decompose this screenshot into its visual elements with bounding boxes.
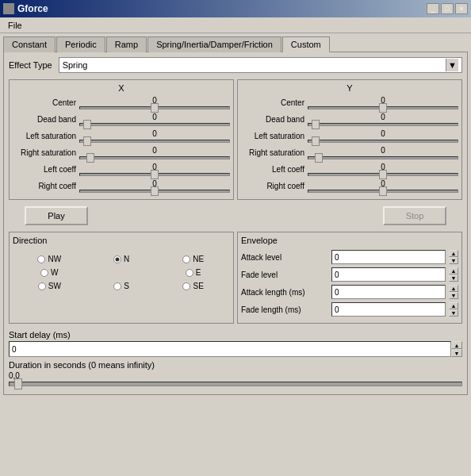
direction-sw[interactable]: SW xyxy=(16,282,83,290)
radio-sw[interactable] xyxy=(38,282,46,290)
attack-length-up[interactable]: ▲ xyxy=(449,285,458,292)
x-deadband-value: 0 xyxy=(79,113,230,121)
direction-se[interactable]: SE xyxy=(159,282,227,290)
radio-nw[interactable] xyxy=(37,255,45,263)
attack-level-input[interactable] xyxy=(331,250,446,264)
x-deadband-thumb[interactable] xyxy=(83,120,91,129)
start-delay-input-row: ▲ ▼ xyxy=(9,341,462,357)
window-title: Gforce xyxy=(17,3,48,14)
x-center-slider[interactable]: 0 xyxy=(79,96,230,109)
x-left-sat-slider[interactable]: 0 xyxy=(79,129,230,143)
fade-length-input[interactable] xyxy=(331,302,446,317)
x-right-sat-label: Right saturation xyxy=(13,148,76,157)
y-right-sat-slider[interactable]: 0 xyxy=(308,146,458,159)
radio-w[interactable] xyxy=(40,269,48,277)
y-deadband-row: Dead band 0 xyxy=(241,113,458,126)
fade-length-row: Fade length (ms) ▲ ▼ xyxy=(241,302,458,317)
y-left-sat-value: 0 xyxy=(308,129,458,138)
radio-n[interactable] xyxy=(113,255,121,263)
attack-level-down[interactable]: ▼ xyxy=(449,257,458,264)
y-left-sat-label: Left saturation xyxy=(241,132,304,140)
menu-file[interactable]: File xyxy=(3,20,27,31)
duration-label: Duration in seconds (0 means infinity) xyxy=(9,360,462,370)
effect-type-value: Spring xyxy=(63,60,88,70)
x-left-coeff-slider[interactable]: 0 xyxy=(79,163,230,176)
y-right-coeff-thumb[interactable] xyxy=(379,186,387,196)
y-center-label: Center xyxy=(241,98,304,107)
y-left-sat-slider[interactable]: 0 xyxy=(308,129,458,143)
y-right-sat-thumb[interactable] xyxy=(315,153,323,163)
x-right-coeff-thumb[interactable] xyxy=(151,186,159,196)
tab-constant[interactable]: Constant xyxy=(3,36,56,52)
tab-custom[interactable]: Custom xyxy=(282,36,330,52)
radio-s[interactable] xyxy=(113,282,121,290)
main-panel: Effect Type Spring ▼ X Center 0 xyxy=(3,52,468,395)
x-left-coeff-label: Left coeff xyxy=(13,165,76,174)
minimize-button[interactable]: _ xyxy=(427,3,439,14)
x-deadband-slider[interactable]: 0 xyxy=(79,113,230,126)
y-right-sat-label: Right saturation xyxy=(241,148,304,157)
y-deadband-label: Dead band xyxy=(241,115,304,124)
direction-s[interactable]: S xyxy=(88,282,155,290)
radio-e[interactable] xyxy=(186,269,193,277)
effect-type-select[interactable]: Spring ▼ xyxy=(59,57,462,73)
x-left-sat-thumb[interactable] xyxy=(83,136,91,146)
select-arrow-icon[interactable]: ▼ xyxy=(446,59,458,71)
x-center-label: Center xyxy=(13,98,76,107)
fade-length-up[interactable]: ▲ xyxy=(449,302,458,309)
start-delay-input[interactable] xyxy=(9,341,451,357)
y-right-sat-row: Right saturation 0 xyxy=(241,146,458,159)
y-left-coeff-thumb[interactable] xyxy=(379,170,387,179)
direction-ne[interactable]: NE xyxy=(159,255,227,263)
start-delay-section: Start delay (ms) ▲ ▼ xyxy=(9,330,462,357)
y-center-slider[interactable]: 0 xyxy=(308,96,458,109)
x-right-coeff-slider[interactable]: 0 xyxy=(79,179,230,193)
duration-value: 0,0 xyxy=(9,371,462,380)
direction-n[interactable]: N xyxy=(88,255,155,263)
direction-e[interactable]: E xyxy=(159,268,227,277)
x-right-coeff-row: Right coeff 0 xyxy=(13,179,230,193)
close-button[interactable]: × xyxy=(455,3,468,14)
main-container: Constant Periodic Ramp Spring/Inertia/Da… xyxy=(0,33,471,398)
fade-level-up[interactable]: ▲ xyxy=(449,267,458,274)
envelope-title: Envelope xyxy=(241,236,458,245)
play-button[interactable]: Play xyxy=(25,206,88,225)
tab-ramp[interactable]: Ramp xyxy=(106,36,147,52)
fade-length-down[interactable]: ▼ xyxy=(449,309,458,317)
y-left-coeff-label: Left coeff xyxy=(241,165,304,174)
y-right-coeff-slider[interactable]: 0 xyxy=(308,179,458,193)
y-deadband-slider[interactable]: 0 xyxy=(308,113,458,126)
x-left-coeff-row: Left coeff 0 xyxy=(13,163,230,176)
duration-section: Duration in seconds (0 means infinity) 0… xyxy=(9,360,462,386)
start-delay-down[interactable]: ▼ xyxy=(451,349,462,357)
x-deadband-label: Dead band xyxy=(13,115,76,124)
start-delay-up[interactable]: ▲ xyxy=(451,341,462,349)
x-left-coeff-thumb[interactable] xyxy=(151,170,159,179)
x-right-sat-slider[interactable]: 0 xyxy=(79,146,230,159)
duration-thumb[interactable] xyxy=(14,378,22,390)
duration-slider[interactable] xyxy=(9,382,462,386)
tab-spring-inertia[interactable]: Spring/Inertia/Damper/Friction xyxy=(147,36,281,52)
attack-level-up[interactable]: ▲ xyxy=(449,250,458,257)
fade-level-down[interactable]: ▼ xyxy=(449,274,458,282)
attack-length-input[interactable] xyxy=(331,285,446,299)
y-left-sat-thumb[interactable] xyxy=(312,136,320,146)
maximize-button[interactable]: □ xyxy=(441,3,454,14)
stop-button[interactable]: Stop xyxy=(383,206,446,225)
y-center-thumb[interactable] xyxy=(379,103,387,113)
x-center-thumb[interactable] xyxy=(151,103,159,113)
direction-nw[interactable]: NW xyxy=(16,255,83,263)
attack-level-label: Attack level xyxy=(241,253,328,262)
x-right-sat-thumb[interactable] xyxy=(86,153,94,163)
attack-length-row: Attack length (ms) ▲ ▼ xyxy=(241,285,458,299)
y-deadband-thumb[interactable] xyxy=(312,120,320,129)
attack-length-down[interactable]: ▼ xyxy=(449,292,458,299)
tab-periodic[interactable]: Periodic xyxy=(56,36,105,52)
window-controls: _ □ × xyxy=(427,3,468,14)
direction-w[interactable]: W xyxy=(16,268,83,277)
y-right-coeff-label: Right coeff xyxy=(241,182,304,190)
radio-se[interactable] xyxy=(182,282,190,290)
y-left-coeff-slider[interactable]: 0 xyxy=(308,163,458,176)
radio-ne[interactable] xyxy=(182,255,190,263)
fade-level-input[interactable] xyxy=(331,267,446,282)
